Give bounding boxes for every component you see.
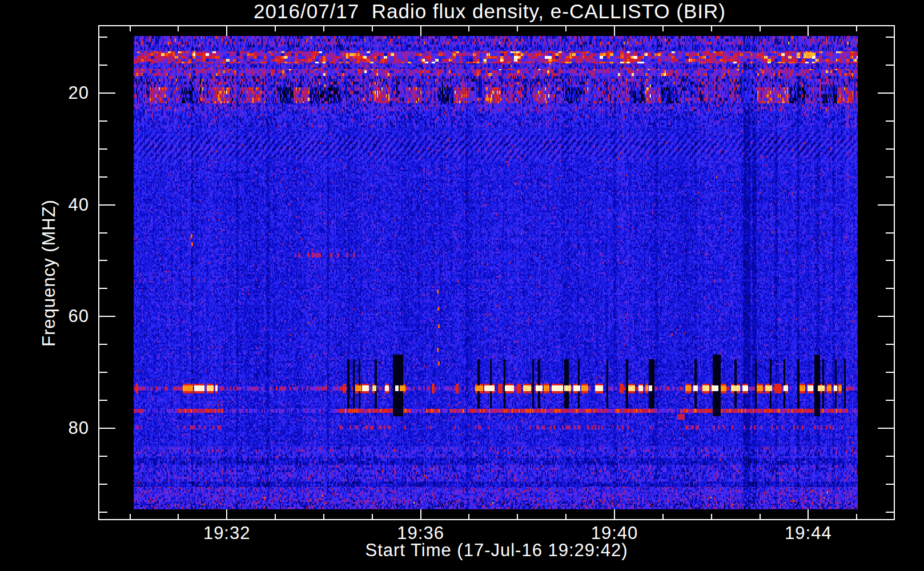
y-tick bbox=[886, 65, 894, 66]
y-tick-label: 80 bbox=[33, 419, 89, 438]
chart-title: 2016/07/17 Radio flux density, e-CALLIST… bbox=[91, 0, 888, 24]
y-tick bbox=[878, 428, 894, 429]
y-tick bbox=[886, 37, 894, 38]
y-tick bbox=[99, 232, 107, 234]
y-tick bbox=[99, 400, 107, 401]
y-tick bbox=[99, 316, 115, 317]
y-tick bbox=[886, 400, 894, 401]
x-tick bbox=[760, 26, 761, 31]
x-tick bbox=[323, 514, 324, 519]
y-tick bbox=[886, 512, 894, 513]
y-tick bbox=[886, 260, 894, 261]
y-tick bbox=[886, 372, 894, 373]
x-tick bbox=[130, 514, 131, 519]
x-tick bbox=[178, 26, 179, 31]
y-tick bbox=[886, 232, 894, 234]
y-tick bbox=[886, 456, 894, 457]
x-tick bbox=[178, 514, 179, 519]
y-tick bbox=[99, 120, 107, 122]
y-tick bbox=[99, 288, 107, 289]
y-tick bbox=[878, 316, 894, 317]
x-tick bbox=[662, 514, 664, 519]
x-tick bbox=[275, 26, 276, 31]
y-tick bbox=[878, 93, 894, 94]
x-tick bbox=[420, 26, 421, 36]
y-tick bbox=[886, 148, 894, 150]
y-tick bbox=[886, 484, 894, 485]
x-tick bbox=[372, 26, 373, 31]
y-tick bbox=[99, 260, 107, 261]
x-tick bbox=[517, 26, 518, 31]
x-tick bbox=[130, 26, 131, 31]
x-tick bbox=[760, 514, 761, 519]
x-tick bbox=[711, 26, 712, 31]
y-tick bbox=[99, 176, 107, 178]
x-tick bbox=[275, 514, 276, 519]
y-tick bbox=[99, 204, 115, 206]
y-tick bbox=[886, 288, 894, 289]
y-tick bbox=[886, 120, 894, 122]
y-tick bbox=[99, 148, 107, 150]
x-tick bbox=[468, 26, 469, 31]
x-tick bbox=[323, 26, 324, 31]
x-axis-title: Start Time (17-Jul-16 19:29:42) bbox=[98, 540, 895, 561]
x-tick bbox=[711, 514, 712, 519]
x-tick bbox=[372, 514, 373, 519]
x-tick bbox=[614, 509, 615, 519]
x-tick bbox=[468, 514, 469, 519]
x-tick bbox=[226, 509, 227, 519]
y-tick bbox=[99, 93, 115, 94]
y-tick bbox=[99, 372, 107, 373]
y-tick bbox=[878, 204, 894, 206]
y-tick bbox=[99, 344, 107, 345]
y-tick bbox=[99, 484, 107, 485]
y-tick bbox=[886, 176, 894, 178]
x-tick bbox=[808, 509, 809, 519]
x-tick bbox=[226, 26, 227, 36]
x-tick bbox=[808, 26, 809, 36]
x-tick bbox=[565, 514, 567, 519]
y-tick bbox=[99, 428, 115, 429]
y-tick bbox=[99, 512, 107, 513]
y-axis-title: Frequency (MHZ) bbox=[39, 199, 59, 347]
x-tick bbox=[856, 514, 857, 519]
y-tick bbox=[886, 344, 894, 345]
x-tick bbox=[662, 26, 664, 31]
spectrogram-page: 2016/07/17 Radio flux density, e-CALLIST… bbox=[0, 0, 924, 571]
x-tick bbox=[517, 514, 518, 519]
y-tick-label: 20 bbox=[33, 83, 89, 103]
x-tick bbox=[614, 26, 615, 36]
x-tick bbox=[565, 26, 567, 31]
y-tick bbox=[99, 37, 107, 38]
y-tick bbox=[99, 456, 107, 457]
y-tick bbox=[99, 65, 107, 66]
x-tick bbox=[420, 509, 421, 519]
x-tick bbox=[856, 26, 857, 31]
spectrogram-image bbox=[134, 36, 858, 509]
